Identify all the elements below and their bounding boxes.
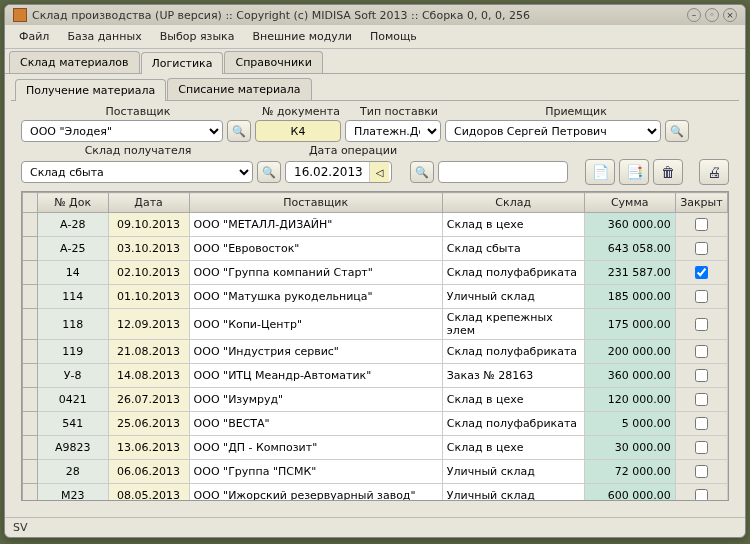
- cell-supplier[interactable]: ООО "ВЕСТА": [189, 412, 442, 436]
- cell-warehouse[interactable]: Уличный склад: [442, 285, 584, 309]
- cell-date[interactable]: 21.08.2013: [108, 340, 189, 364]
- cell-closed[interactable]: [675, 237, 727, 261]
- cell-supplier[interactable]: ООО "ИТЦ Меандр-Автоматик": [189, 364, 442, 388]
- table-row[interactable]: 11812.09.2013ООО "Копи-Центр"Склад крепе…: [23, 309, 728, 340]
- cell-doc[interactable]: 119: [37, 340, 108, 364]
- search-button[interactable]: 🔍: [410, 161, 434, 183]
- cell-sum[interactable]: 360 000.00: [584, 364, 675, 388]
- print-button[interactable]: 🖨: [699, 159, 729, 185]
- cell-doc[interactable]: 28: [37, 460, 108, 484]
- receiver-lookup-button[interactable]: 🔍: [665, 120, 689, 142]
- menu-file[interactable]: Файл: [11, 27, 57, 46]
- col-closed[interactable]: Закрыт: [675, 193, 727, 213]
- cell-warehouse[interactable]: Склад в цехе: [442, 213, 584, 237]
- cell-sum[interactable]: 185 000.00: [584, 285, 675, 309]
- cell-supplier[interactable]: ООО "Индустрия сервис": [189, 340, 442, 364]
- cell-supplier[interactable]: ООО "Изумруд": [189, 388, 442, 412]
- menu-lang[interactable]: Выбор языка: [152, 27, 243, 46]
- closed-checkbox[interactable]: [695, 417, 708, 430]
- closed-checkbox[interactable]: [695, 393, 708, 406]
- cell-doc[interactable]: 14: [37, 261, 108, 285]
- closed-checkbox[interactable]: [695, 266, 708, 279]
- cell-date[interactable]: 13.06.2013: [108, 436, 189, 460]
- tab-receive[interactable]: Получение материала: [15, 79, 166, 101]
- cell-supplier[interactable]: ООО "Матушка рукодельница": [189, 285, 442, 309]
- table-row[interactable]: У-814.08.2013ООО "ИТЦ Меандр-Автоматик"З…: [23, 364, 728, 388]
- opdate-input[interactable]: 16.02.2013 ◁: [285, 161, 392, 183]
- cell-warehouse[interactable]: Склад полуфабриката: [442, 261, 584, 285]
- cell-closed[interactable]: [675, 309, 727, 340]
- cell-sum[interactable]: 5 000.00: [584, 412, 675, 436]
- closed-checkbox[interactable]: [695, 345, 708, 358]
- action-button-1[interactable]: 📄: [585, 159, 615, 185]
- cell-doc[interactable]: У-8: [37, 364, 108, 388]
- cell-closed[interactable]: [675, 484, 727, 502]
- closed-checkbox[interactable]: [695, 465, 708, 478]
- cell-date[interactable]: 12.09.2013: [108, 309, 189, 340]
- receiver-select[interactable]: Сидоров Сергей Петрович: [445, 120, 661, 142]
- cell-warehouse[interactable]: Склад полуфабриката: [442, 412, 584, 436]
- cell-date[interactable]: 25.06.2013: [108, 412, 189, 436]
- cell-closed[interactable]: [675, 340, 727, 364]
- cell-closed[interactable]: [675, 285, 727, 309]
- opdate-prev-button[interactable]: ◁: [369, 162, 390, 182]
- table-row[interactable]: 11401.10.2013ООО "Матушка рукодельница"У…: [23, 285, 728, 309]
- titlebar[interactable]: Склад производства (UP версия) :: Copyri…: [5, 5, 745, 25]
- maximize-button[interactable]: ◦: [705, 8, 719, 22]
- tab-writeoff[interactable]: Списание материала: [167, 78, 311, 100]
- closed-checkbox[interactable]: [695, 218, 708, 231]
- cell-warehouse[interactable]: Склад крепежных элем: [442, 309, 584, 340]
- cell-supplier[interactable]: ООО "Евровосток": [189, 237, 442, 261]
- minimize-button[interactable]: –: [687, 8, 701, 22]
- cell-warehouse[interactable]: Склад сбыта: [442, 237, 584, 261]
- cell-sum[interactable]: 120 000.00: [584, 388, 675, 412]
- supplier-select[interactable]: ООО "Элодея": [21, 120, 223, 142]
- cell-closed[interactable]: [675, 388, 727, 412]
- closed-checkbox[interactable]: [695, 369, 708, 382]
- cell-doc[interactable]: 118: [37, 309, 108, 340]
- cell-date[interactable]: 09.10.2013: [108, 213, 189, 237]
- tab-reference[interactable]: Справочники: [224, 51, 322, 73]
- cell-closed[interactable]: [675, 436, 727, 460]
- cell-supplier[interactable]: ООО "Группа компаний Старт": [189, 261, 442, 285]
- table-row[interactable]: 11921.08.2013ООО "Индустрия сервис"Склад…: [23, 340, 728, 364]
- table-row[interactable]: 1402.10.2013ООО "Группа компаний Старт"С…: [23, 261, 728, 285]
- cell-sum[interactable]: 72 000.00: [584, 460, 675, 484]
- cell-doc[interactable]: А9823: [37, 436, 108, 460]
- col-date[interactable]: Дата: [108, 193, 189, 213]
- cell-doc[interactable]: 0421: [37, 388, 108, 412]
- cell-closed[interactable]: [675, 412, 727, 436]
- col-sum[interactable]: Сумма: [584, 193, 675, 213]
- cell-supplier[interactable]: ООО "МЕТАЛЛ-ДИЗАЙН": [189, 213, 442, 237]
- data-grid[interactable]: № Док Дата Поставщик Склад Сумма Закрыт …: [21, 191, 729, 501]
- col-sup[interactable]: Поставщик: [189, 193, 442, 213]
- col-wh[interactable]: Склад: [442, 193, 584, 213]
- action-button-3[interactable]: 🗑: [653, 159, 683, 185]
- cell-warehouse[interactable]: Уличный склад: [442, 484, 584, 502]
- table-row[interactable]: 2806.06.2013ООО "Группа "ПСМК"Уличный ск…: [23, 460, 728, 484]
- cell-doc[interactable]: М23: [37, 484, 108, 502]
- destwh-lookup-button[interactable]: 🔍: [257, 161, 281, 183]
- table-row[interactable]: А982313.06.2013ООО "ДП - Композит"Склад …: [23, 436, 728, 460]
- tab-logistics[interactable]: Логистика: [141, 52, 224, 74]
- cell-sum[interactable]: 30 000.00: [584, 436, 675, 460]
- cell-date[interactable]: 01.10.2013: [108, 285, 189, 309]
- cell-doc[interactable]: 541: [37, 412, 108, 436]
- action-button-2[interactable]: 📑: [619, 159, 649, 185]
- table-row[interactable]: 042126.07.2013ООО "Изумруд"Склад в цехе1…: [23, 388, 728, 412]
- table-row[interactable]: 54125.06.2013ООО "ВЕСТА"Склад полуфабрик…: [23, 412, 728, 436]
- cell-sum[interactable]: 231 587.00: [584, 261, 675, 285]
- cell-warehouse[interactable]: Заказ № 28163: [442, 364, 584, 388]
- menu-help[interactable]: Помощь: [362, 27, 425, 46]
- table-row[interactable]: М2308.05.2013ООО "Ижорский резервуарный …: [23, 484, 728, 502]
- deltype-select[interactable]: Платежн.Док: [345, 120, 441, 142]
- closed-checkbox[interactable]: [695, 290, 708, 303]
- menu-db[interactable]: База данных: [59, 27, 149, 46]
- cell-date[interactable]: 14.08.2013: [108, 364, 189, 388]
- cell-closed[interactable]: [675, 364, 727, 388]
- cell-sum[interactable]: 600 000.00: [584, 484, 675, 502]
- table-row[interactable]: А-2809.10.2013ООО "МЕТАЛЛ-ДИЗАЙН"Склад в…: [23, 213, 728, 237]
- cell-closed[interactable]: [675, 261, 727, 285]
- supplier-lookup-button[interactable]: 🔍: [227, 120, 251, 142]
- cell-sum[interactable]: 360 000.00: [584, 213, 675, 237]
